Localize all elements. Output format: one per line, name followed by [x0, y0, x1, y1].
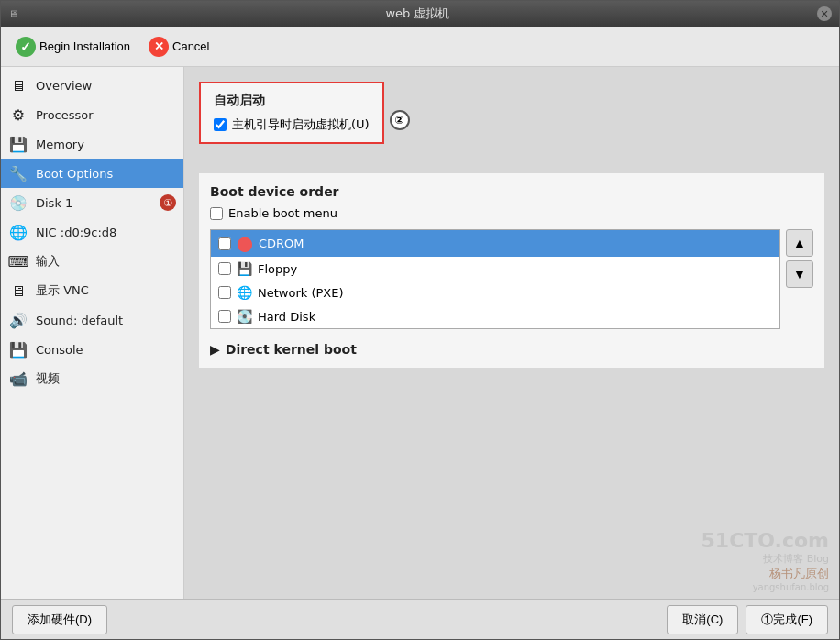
sidebar-item-display-vnc[interactable]: 🖥 显示 VNC: [1, 276, 183, 305]
sidebar: 🖥 Overview ⚙ Processor 💾 Memory 🔧 Boot O…: [1, 67, 184, 599]
direct-kernel-title: Direct kernel boot: [226, 342, 357, 357]
cdrom-label: CDROM: [259, 237, 304, 250]
footer-right: 取消(C) ①完成(F): [667, 605, 828, 634]
device-list: ⬤ CDROM 💾 Floppy 🌐 N: [210, 229, 780, 329]
autostart-checkbox-label: 主机引导时启动虚拟机(U): [232, 116, 370, 133]
cancel-label: 取消(C): [682, 612, 723, 626]
sidebar-label-input: 输入: [36, 253, 60, 270]
input-icon: ⌨: [8, 251, 28, 271]
sidebar-item-console[interactable]: 💾 Console: [1, 335, 183, 364]
add-hardware-button[interactable]: 添加硬件(D): [12, 605, 107, 634]
disk1-icon: 💿: [8, 193, 28, 213]
arrow-buttons: ▲ ▼: [786, 229, 813, 288]
sidebar-item-input[interactable]: ⌨ 输入: [1, 247, 183, 276]
harddisk-icon: 💽: [237, 309, 252, 324]
sidebar-label-disk1: Disk 1: [36, 196, 72, 210]
enable-boot-menu-checkbox[interactable]: [210, 207, 223, 220]
begin-installation-label: Begin Installation: [39, 39, 130, 53]
display-vnc-icon: 🖥: [8, 281, 28, 301]
disk1-badge: ①: [160, 194, 176, 211]
boot-device-panel: ⬤ CDROM 💾 Floppy 🌐 N: [210, 229, 813, 329]
device-row-floppy[interactable]: 💾 Floppy: [211, 257, 779, 281]
sidebar-label-sound: Sound: default: [36, 314, 123, 327]
finish-button[interactable]: ①完成(F): [746, 605, 828, 634]
network-icon: 🌐: [237, 285, 252, 300]
autostart-checkbox-row[interactable]: 主机引导时启动虚拟机(U): [214, 116, 370, 133]
autostart-badge: ②: [390, 110, 410, 130]
cancel-toolbar-label: Cancel: [172, 39, 209, 53]
autostart-title: 自动启动: [214, 93, 370, 109]
toolbar: ✓ Begin Installation ✕ Cancel: [1, 27, 839, 67]
sidebar-label-overview: Overview: [36, 79, 92, 93]
cancel-button[interactable]: 取消(C): [667, 605, 738, 634]
sidebar-label-boot-options: Boot Options: [36, 167, 113, 181]
autostart-box: 自动启动 主机引导时启动虚拟机(U): [199, 82, 384, 144]
device-row-cdrom[interactable]: ⬤ CDROM: [211, 230, 779, 257]
sidebar-item-processor[interactable]: ⚙ Processor: [1, 100, 183, 129]
cancel-icon: ✕: [149, 37, 169, 57]
autostart-checkbox[interactable]: [214, 118, 227, 131]
cdrom-icon: ⬤: [237, 235, 253, 252]
move-down-button[interactable]: ▼: [786, 260, 813, 288]
nic-icon: 🌐: [8, 222, 28, 242]
network-label: Network (PXE): [258, 286, 344, 300]
main-window: 🖥 web 虚拟机 ✕ ✓ Begin Installation ✕ Cance…: [0, 0, 840, 640]
enable-boot-menu-label: Enable boot menu: [228, 206, 337, 220]
sidebar-item-overview[interactable]: 🖥 Overview: [1, 71, 183, 100]
cdrom-checkbox[interactable]: [218, 237, 231, 250]
boot-options-icon: 🔧: [8, 163, 28, 183]
direct-kernel-header[interactable]: ▶ Direct kernel boot: [210, 342, 813, 357]
sidebar-label-display-vnc: 显示 VNC: [36, 282, 89, 299]
device-row-harddisk[interactable]: 💽 Hard Disk: [211, 304, 779, 328]
add-hardware-label: 添加硬件(D): [28, 612, 92, 626]
floppy-icon: 💾: [237, 261, 252, 276]
cancel-toolbar-button[interactable]: ✕ Cancel: [141, 33, 216, 61]
sidebar-item-nic[interactable]: 🌐 NIC :d0:9c:d8: [1, 217, 183, 247]
sidebar-item-boot-options[interactable]: 🔧 Boot Options: [1, 159, 183, 188]
titlebar: 🖥 web 虚拟机 ✕: [1, 1, 839, 27]
sidebar-label-nic: NIC :d0:9c:d8: [36, 226, 116, 239]
processor-icon: ⚙: [8, 105, 28, 125]
sidebar-label-video: 视频: [36, 370, 60, 387]
harddisk-label: Hard Disk: [258, 310, 315, 324]
device-row-network[interactable]: 🌐 Network (PXE): [211, 281, 779, 304]
content-area: 自动启动 主机引导时启动虚拟机(U) ② Boot device order E…: [184, 67, 839, 599]
harddisk-checkbox[interactable]: [218, 310, 231, 323]
console-icon: 💾: [8, 339, 28, 359]
network-checkbox[interactable]: [218, 286, 231, 299]
sidebar-item-disk1[interactable]: 💿 Disk 1 ①: [1, 188, 183, 217]
floppy-label: Floppy: [258, 262, 297, 276]
titlebar-title: web 虚拟机: [18, 6, 817, 22]
sound-icon: 🔊: [8, 310, 28, 330]
close-button[interactable]: ✕: [817, 6, 832, 21]
sidebar-label-memory: Memory: [36, 138, 84, 151]
video-icon: 📹: [8, 369, 28, 389]
main-content: 🖥 Overview ⚙ Processor 💾 Memory 🔧 Boot O…: [1, 67, 839, 599]
titlebar-icon: 🖥: [8, 8, 18, 20]
finish-label: ①完成(F): [761, 612, 812, 626]
footer: 添加硬件(D) 取消(C) ①完成(F): [1, 599, 839, 639]
sidebar-item-sound[interactable]: 🔊 Sound: default: [1, 305, 183, 335]
chevron-right-icon: ▶: [210, 342, 220, 357]
boot-device-title: Boot device order: [210, 184, 813, 199]
sidebar-label-console: Console: [36, 343, 83, 357]
enable-boot-menu-row[interactable]: Enable boot menu: [210, 206, 813, 220]
floppy-checkbox[interactable]: [218, 262, 231, 275]
boot-device-section: Boot device order Enable boot menu ⬤ CDR…: [199, 173, 824, 368]
sidebar-label-processor: Processor: [36, 108, 94, 122]
begin-installation-button[interactable]: ✓ Begin Installation: [8, 33, 138, 61]
sidebar-item-video[interactable]: 📹 视频: [1, 364, 183, 393]
direct-kernel-section: ▶ Direct kernel boot: [210, 342, 813, 357]
begin-installation-icon: ✓: [16, 37, 36, 57]
move-up-button[interactable]: ▲: [786, 229, 813, 257]
memory-icon: 💾: [8, 134, 28, 154]
sidebar-item-memory[interactable]: 💾 Memory: [1, 129, 183, 159]
overview-icon: 🖥: [8, 75, 28, 95]
